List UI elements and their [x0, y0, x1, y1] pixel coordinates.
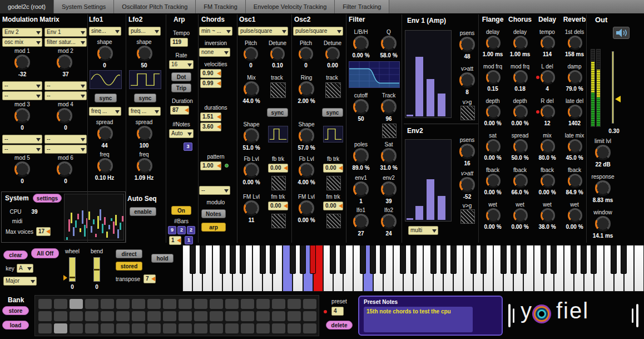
osc-feedback-knob[interactable]	[299, 163, 314, 178]
bank-cell-0-1[interactable]	[54, 299, 67, 309]
scale-select[interactable]: Major	[3, 277, 37, 286]
lfo-spread-knob[interactable]	[97, 126, 113, 141]
response-knob[interactable]	[595, 180, 611, 196]
fx-reverb-late-mix-knob[interactable]	[568, 139, 582, 154]
osc-fmtrk-value[interactable]: 0.00	[323, 202, 343, 210]
filter-l-b-h-knob[interactable]	[353, 36, 369, 51]
arp-on-button[interactable]: On	[171, 206, 191, 215]
piano-black-key-0[interactable]	[190, 245, 196, 274]
osc-fbtrk-pad[interactable]	[271, 176, 286, 190]
env2-display[interactable]	[405, 139, 452, 222]
bend-slider[interactable]	[93, 257, 100, 282]
osc-wave-select[interactable]: pulse/square	[238, 27, 288, 36]
osc-feedback-knob[interactable]	[244, 163, 259, 178]
bank-cell-1-16[interactable]	[288, 311, 301, 321]
mod-knob-mod-3[interactable]	[14, 108, 30, 124]
piano-black-key-28[interactable]	[470, 245, 477, 274]
osc-track-pad[interactable]	[325, 82, 341, 98]
piano-black-key-33[interactable]	[521, 245, 527, 274]
settings-button[interactable]: settings	[33, 194, 62, 203]
fx-delay-mix-knob[interactable]	[541, 139, 555, 154]
osc-pitch-knob[interactable]	[244, 47, 258, 61]
mod-dest-select[interactable]: --	[2, 135, 42, 144]
bank-cell-2-11[interactable]	[210, 323, 223, 333]
bank-cell-1-0[interactable]	[38, 311, 52, 321]
bank-cell-2-3[interactable]	[85, 323, 98, 333]
fx-chorus-mod-frq-knob[interactable]	[513, 70, 528, 85]
osc-fmtrk-value[interactable]: 0.00	[268, 202, 288, 210]
bank-cell-2-13[interactable]	[241, 323, 254, 333]
arp-rate-select[interactable]: 16	[169, 60, 194, 69]
lfo-shape-knob[interactable]	[97, 46, 113, 61]
env1-vatt-knob[interactable]	[459, 72, 475, 88]
mod-knob-mod-6[interactable]	[57, 161, 72, 177]
piano-black-key-36[interactable]	[551, 245, 557, 274]
bank-cell-1-5[interactable]	[116, 311, 130, 321]
piano-white-key-45[interactable]	[634, 245, 644, 292]
fx-reverb-fback-knob[interactable]	[568, 174, 582, 188]
mod-knob-mod-4[interactable]	[57, 108, 72, 124]
piano-black-key-8[interactable]	[270, 245, 276, 274]
bank-cell-2-12[interactable]	[225, 323, 239, 333]
bank-cell-0-0[interactable]	[38, 299, 52, 309]
bank-cell-1-4[interactable]	[101, 311, 114, 321]
mod-source-select[interactable]: filter satur...	[44, 38, 87, 47]
mod-dest-select[interactable]: --	[44, 135, 87, 144]
preset-notes-text[interactable]: 15th note chords to test the cpu	[364, 307, 473, 332]
fx-reverb-1st-dels-knob[interactable]	[568, 36, 582, 50]
bank-cell-2-4[interactable]	[101, 323, 114, 333]
transpose-value[interactable]: 7	[143, 274, 156, 283]
fx-chorus-depth-knob[interactable]	[513, 105, 528, 119]
bank-cell-1-11[interactable]	[210, 311, 223, 321]
inversion-select[interactable]: none	[199, 48, 230, 57]
fx-delay-l-del-knob[interactable]	[541, 70, 555, 85]
arp-seq-value-1[interactable]: 9	[168, 226, 176, 234]
arp-seq-value-2[interactable]: 2	[177, 226, 186, 234]
piano-black-key-39[interactable]	[581, 245, 587, 274]
store-button[interactable]: store	[2, 306, 29, 315]
velocity-value-2[interactable]: 0.99	[200, 79, 221, 88]
bank-cell-2-16[interactable]	[288, 323, 301, 333]
fx-delay-r-del-knob[interactable]	[541, 105, 555, 119]
osc-sync-button[interactable]: sync	[322, 108, 343, 117]
lfo-sync-button[interactable]: sync	[134, 94, 156, 102]
window-knob[interactable]	[595, 216, 611, 232]
chords-arp-button[interactable]: arp	[201, 223, 226, 232]
duration-value-2[interactable]: 3.60	[200, 122, 221, 131]
piano-black-key-10[interactable]	[290, 245, 296, 274]
bank-cell-1-8[interactable]	[163, 311, 176, 321]
piano-black-key-24[interactable]	[430, 245, 437, 274]
piano-black-key-5[interactable]	[240, 245, 246, 274]
chord-type-select[interactable]: min ~ ...	[199, 27, 232, 36]
bank-cell-0-14[interactable]	[256, 299, 270, 309]
fx-delay-wet-knob[interactable]	[541, 208, 555, 223]
output-level-slider[interactable]	[612, 51, 614, 124]
mod-source-select[interactable]: --	[44, 91, 87, 100]
load-button[interactable]: load	[2, 321, 29, 330]
fx-reverb-damp-knob[interactable]	[568, 70, 582, 85]
osc-fmtrk-pad[interactable]	[326, 214, 341, 228]
pattern-value[interactable]: 1.00	[200, 161, 221, 170]
bank-cell-2-14[interactable]	[256, 323, 270, 333]
fx-chorus-delay-knob[interactable]	[513, 36, 528, 50]
bank-cell-1-7[interactable]	[147, 311, 161, 321]
arp-seq-value-3[interactable]: 2	[187, 226, 195, 234]
piano-black-key-17[interactable]	[360, 245, 366, 274]
stored-button[interactable]: stored	[116, 262, 142, 271]
lfo-freq-mode-select[interactable]: freq ...	[89, 107, 121, 116]
piano-black-key-7[interactable]	[260, 245, 266, 274]
filter-cutoff-knob[interactable]	[353, 99, 369, 115]
filter-env1-knob[interactable]	[353, 181, 369, 197]
bank-cell-2-15[interactable]	[272, 323, 285, 333]
arp-notes-count[interactable]: 3	[184, 143, 192, 151]
mod-source-select[interactable]: --	[2, 91, 42, 100]
bank-cell-2-5[interactable]	[116, 323, 130, 333]
lfo-wave-select[interactable]: puls...	[128, 27, 161, 36]
osc-fbtrk-pad[interactable]	[326, 176, 341, 190]
arp-bars-value[interactable]: 1	[169, 236, 181, 245]
lfo-freq-knob[interactable]	[137, 158, 152, 174]
bank-cell-1-2[interactable]	[70, 311, 83, 321]
bank-cell-1-12[interactable]	[225, 311, 239, 321]
piano-black-key-12[interactable]	[310, 245, 316, 274]
bank-cell-2-2[interactable]	[70, 323, 83, 333]
